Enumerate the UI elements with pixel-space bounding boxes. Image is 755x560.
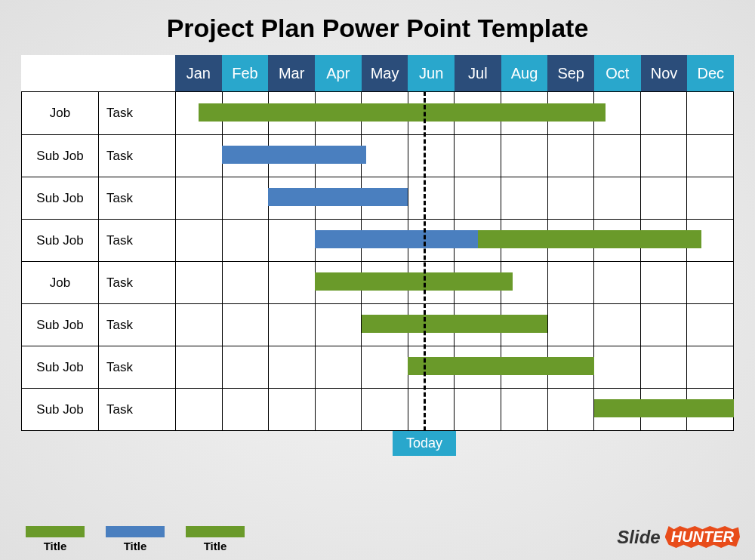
grid-cell — [269, 177, 316, 219]
grid-cell — [641, 92, 688, 134]
grid-cell — [594, 92, 641, 134]
gantt-row: Sub JobTask — [22, 134, 733, 177]
row-task: Task — [99, 220, 176, 261]
grid-cell — [548, 262, 595, 303]
month-header-jul: Jul — [455, 55, 501, 91]
gantt-row: Sub JobTask — [22, 303, 733, 346]
row-label: Job — [22, 92, 99, 134]
grid-cell — [455, 220, 501, 261]
row-task: Task — [99, 177, 176, 219]
legend-label: Title — [124, 540, 147, 552]
grid-cell — [408, 389, 455, 430]
grid-cell — [176, 220, 223, 261]
grid-cell — [548, 92, 595, 134]
grid-cell — [455, 389, 501, 430]
grid-cell — [687, 346, 733, 388]
grid-cell — [548, 346, 595, 388]
grid-cell — [316, 177, 362, 219]
grid-cell — [594, 389, 641, 430]
grid-cell — [408, 304, 455, 346]
grid-cell — [223, 304, 270, 346]
grid-cell — [641, 177, 688, 219]
grid-cell — [455, 92, 501, 134]
grid-cell — [176, 346, 223, 388]
month-header-feb: Feb — [222, 55, 269, 91]
legend-item: Title — [186, 526, 245, 552]
legend-label: Title — [204, 540, 227, 552]
grid-cell — [641, 262, 688, 303]
row-label: Sub Job — [22, 346, 99, 388]
gantt-body: JobTaskSub JobTaskSub JobTaskSub JobTask… — [21, 91, 734, 431]
gantt-row: Sub JobTask — [22, 346, 733, 388]
branding-badge: HUNTER — [665, 526, 740, 548]
grid-cell — [316, 92, 362, 134]
grid-cell — [594, 262, 641, 303]
gantt-row: Sub JobTask — [22, 177, 733, 219]
grid-cell — [455, 177, 501, 219]
grid-cell — [223, 92, 270, 134]
row-task: Task — [99, 262, 176, 303]
month-header-mar: Mar — [268, 55, 315, 91]
grid-cell — [408, 262, 455, 303]
grid-cell — [548, 177, 595, 219]
gantt-row: Sub JobTask — [22, 388, 733, 430]
grid-cell — [594, 304, 641, 346]
row-label: Sub Job — [22, 304, 99, 346]
grid-cell — [316, 346, 362, 388]
page-title: Project Plan Power Point Template — [0, 0, 755, 55]
row-label: Sub Job — [22, 177, 99, 219]
grid-cell — [269, 220, 316, 261]
grid-cell — [594, 177, 641, 219]
grid-cell — [501, 135, 548, 177]
grid-cell — [176, 304, 223, 346]
grid-cell — [223, 346, 270, 388]
grid-cell — [501, 346, 548, 388]
month-header-nov: Nov — [641, 55, 688, 91]
grid-cell — [176, 177, 223, 219]
legend-swatch — [106, 526, 165, 537]
grid-cell — [687, 389, 733, 430]
grid-cell — [316, 304, 362, 346]
legend-label: Title — [44, 540, 67, 552]
row-task: Task — [99, 304, 176, 346]
grid-cell — [362, 304, 408, 346]
month-header-may: May — [362, 55, 408, 91]
grid-cell — [362, 135, 408, 177]
grid-cell — [455, 304, 501, 346]
grid-cell — [269, 304, 316, 346]
grid-cell — [362, 346, 408, 388]
month-header-jan: Jan — [175, 55, 222, 91]
month-header-oct: Oct — [594, 55, 641, 91]
grid-cell — [687, 92, 733, 134]
grid-cell — [594, 220, 641, 261]
month-header-dec: Dec — [687, 55, 734, 91]
row-task: Task — [99, 389, 176, 430]
grid-cell — [176, 92, 223, 134]
grid-cell — [641, 304, 688, 346]
grid-cell — [316, 220, 362, 261]
row-label: Sub Job — [22, 135, 99, 177]
grid-cell — [269, 135, 316, 177]
grid-cell — [408, 92, 455, 134]
legend-swatch — [26, 526, 85, 537]
grid-cell — [548, 220, 595, 261]
row-label: Job — [22, 262, 99, 303]
gantt-row: JobTask — [22, 92, 733, 134]
legend: TitleTitleTitle — [26, 526, 245, 552]
grid-cell — [501, 262, 548, 303]
legend-swatch — [186, 526, 245, 537]
grid-cell — [269, 262, 316, 303]
grid-cell — [316, 262, 362, 303]
gantt-chart: JanFebMarAprMayJunJulAugSepOctNovDec Job… — [21, 55, 734, 431]
grid-cell — [223, 262, 270, 303]
grid-cell — [269, 346, 316, 388]
legend-item: Title — [106, 526, 165, 552]
grid-cell — [362, 220, 408, 261]
grid-cell — [548, 389, 595, 430]
grid-cell — [501, 92, 548, 134]
grid-cell — [176, 262, 223, 303]
grid-cell — [501, 177, 548, 219]
grid-cell — [269, 92, 316, 134]
grid-cell — [316, 135, 362, 177]
grid-cell — [548, 135, 595, 177]
